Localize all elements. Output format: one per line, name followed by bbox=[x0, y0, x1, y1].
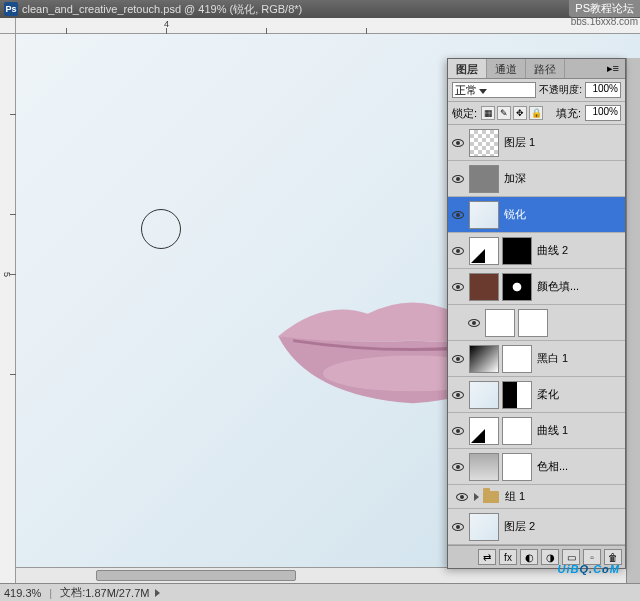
adjustment-layer-button[interactable]: ◑ bbox=[541, 549, 559, 565]
layer-mask-thumbnail[interactable] bbox=[518, 309, 548, 337]
lock-all-icon[interactable]: 🔒 bbox=[529, 106, 543, 120]
layer-thumbnail[interactable] bbox=[469, 345, 499, 373]
tab-channels[interactable]: 通道 bbox=[487, 59, 526, 78]
layer-row[interactable]: 颜色填... bbox=[448, 269, 625, 305]
layer-row[interactable]: 曲线 1 bbox=[448, 413, 625, 449]
brush-cursor bbox=[141, 209, 181, 249]
doc-size-label: 文档: bbox=[60, 585, 85, 600]
layer-name[interactable]: 颜色填... bbox=[537, 279, 579, 294]
watermark-badge: PS教程论坛 bbox=[569, 0, 640, 17]
tab-paths[interactable]: 路径 bbox=[526, 59, 565, 78]
layer-thumbnail[interactable] bbox=[469, 453, 499, 481]
layer-mask-thumbnail[interactable] bbox=[502, 417, 532, 445]
lock-pixels-icon[interactable]: ✎ bbox=[497, 106, 511, 120]
ruler-corner bbox=[0, 18, 16, 34]
scrollbar-thumb[interactable] bbox=[96, 570, 296, 581]
chevron-down-icon bbox=[479, 89, 487, 94]
layer-style-button[interactable]: fx bbox=[499, 549, 517, 565]
blend-mode-row: 正常 不透明度: 100% bbox=[448, 79, 625, 102]
visibility-toggle[interactable] bbox=[452, 211, 464, 219]
doc-size-value: 1.87M/27.7M bbox=[85, 587, 149, 599]
expand-icon[interactable] bbox=[474, 493, 479, 501]
watermark-url: bbs.16xx8.com bbox=[571, 16, 638, 27]
folder-icon bbox=[483, 491, 499, 503]
layers-list[interactable]: 图层 1加深锐化曲线 2颜色填...黑白 1柔化曲线 1色相...组 1图层 2 bbox=[448, 125, 625, 545]
layer-name[interactable]: 色相... bbox=[537, 459, 568, 474]
visibility-toggle[interactable] bbox=[468, 319, 480, 327]
panel-menu-icon[interactable]: ▸≡ bbox=[601, 59, 625, 78]
lock-label: 锁定: bbox=[452, 106, 477, 121]
layer-thumbnail[interactable] bbox=[469, 165, 499, 193]
layer-mask-thumbnail[interactable] bbox=[502, 453, 532, 481]
ruler-horizontal[interactable]: 4 bbox=[16, 18, 640, 34]
layer-name[interactable]: 图层 1 bbox=[504, 135, 535, 150]
layer-mask-thumbnail[interactable] bbox=[502, 237, 532, 265]
layer-row[interactable]: 加深 bbox=[448, 161, 625, 197]
layer-thumbnail[interactable] bbox=[469, 417, 499, 445]
document-title: clean_and_creative_retouch.psd @ 419% (锐… bbox=[22, 2, 302, 17]
layer-name[interactable]: 加深 bbox=[504, 171, 526, 186]
layer-thumbnail[interactable] bbox=[469, 201, 499, 229]
visibility-toggle[interactable] bbox=[452, 247, 464, 255]
layer-thumbnail[interactable] bbox=[469, 273, 499, 301]
visibility-toggle[interactable] bbox=[452, 427, 464, 435]
visibility-toggle[interactable] bbox=[452, 175, 464, 183]
layer-thumbnail[interactable] bbox=[469, 381, 499, 409]
titlebar: Ps clean_and_creative_retouch.psd @ 419%… bbox=[0, 0, 640, 18]
visibility-toggle[interactable] bbox=[452, 391, 464, 399]
layer-name[interactable]: 曲线 2 bbox=[537, 243, 568, 258]
fill-input[interactable]: 100% bbox=[585, 105, 621, 121]
layer-row[interactable]: 锐化 bbox=[448, 197, 625, 233]
layer-mask-button[interactable]: ◐ bbox=[520, 549, 538, 565]
layer-name[interactable]: 组 1 bbox=[505, 489, 525, 504]
layer-name[interactable]: 黑白 1 bbox=[537, 351, 568, 366]
visibility-toggle[interactable] bbox=[452, 283, 464, 291]
opacity-label: 不透明度: bbox=[539, 83, 582, 97]
fill-label: 填充: bbox=[556, 106, 581, 121]
tab-layers[interactable]: 图层 bbox=[448, 59, 487, 78]
uibq-logo: UiBQ.CoM bbox=[558, 553, 620, 579]
layer-name[interactable]: 柔化 bbox=[537, 387, 559, 402]
panel-dock-strip[interactable] bbox=[626, 58, 640, 583]
zoom-level[interactable]: 419.3% bbox=[4, 587, 41, 599]
visibility-toggle[interactable] bbox=[452, 139, 464, 147]
lock-row: 锁定: ▦ ✎ ✥ 🔒 填充: 100% bbox=[448, 102, 625, 125]
layer-thumbnail[interactable] bbox=[469, 129, 499, 157]
visibility-toggle[interactable] bbox=[452, 355, 464, 363]
ruler-vertical[interactable]: 5 bbox=[0, 34, 16, 583]
layer-name[interactable]: 图层 2 bbox=[504, 519, 535, 534]
lock-position-icon[interactable]: ✥ bbox=[513, 106, 527, 120]
layer-row[interactable]: 色相... bbox=[448, 449, 625, 485]
layer-mask-thumbnail[interactable] bbox=[502, 345, 532, 373]
blend-mode-select[interactable]: 正常 bbox=[452, 82, 536, 98]
layers-panel: 图层 通道 路径 ▸≡ 正常 不透明度: 100% 锁定: ▦ ✎ ✥ 🔒 填充… bbox=[447, 58, 626, 569]
visibility-toggle[interactable] bbox=[452, 463, 464, 471]
layer-row[interactable]: 柔化 bbox=[448, 377, 625, 413]
visibility-toggle[interactable] bbox=[452, 523, 464, 531]
layer-name[interactable]: 曲线 1 bbox=[537, 423, 568, 438]
panel-tabs: 图层 通道 路径 ▸≡ bbox=[448, 59, 625, 79]
app-icon: Ps bbox=[4, 2, 18, 16]
layer-row[interactable]: 黑白 1 bbox=[448, 341, 625, 377]
layer-mask-thumbnail[interactable] bbox=[502, 273, 532, 301]
layer-thumbnail[interactable] bbox=[469, 513, 499, 541]
layer-row[interactable]: 图层 2 bbox=[448, 509, 625, 545]
layer-thumbnail[interactable] bbox=[469, 237, 499, 265]
layer-name[interactable]: 锐化 bbox=[504, 207, 526, 222]
layer-group[interactable]: 组 1 bbox=[448, 485, 625, 509]
layer-row[interactable]: 图层 1 bbox=[448, 125, 625, 161]
layer-mask-thumbnail[interactable] bbox=[502, 381, 532, 409]
layer-row[interactable]: 曲线 2 bbox=[448, 233, 625, 269]
link-layers-button[interactable]: ⇄ bbox=[478, 549, 496, 565]
statusbar: 419.3% | 文档: 1.87M/27.7M bbox=[0, 583, 640, 601]
visibility-toggle[interactable] bbox=[456, 493, 468, 501]
horizontal-scrollbar[interactable] bbox=[16, 567, 640, 583]
lock-transparency-icon[interactable]: ▦ bbox=[481, 106, 495, 120]
layer-thumbnail[interactable] bbox=[485, 309, 515, 337]
layer-row[interactable] bbox=[448, 305, 625, 341]
flyout-icon[interactable] bbox=[155, 589, 160, 597]
opacity-input[interactable]: 100% bbox=[585, 82, 621, 98]
